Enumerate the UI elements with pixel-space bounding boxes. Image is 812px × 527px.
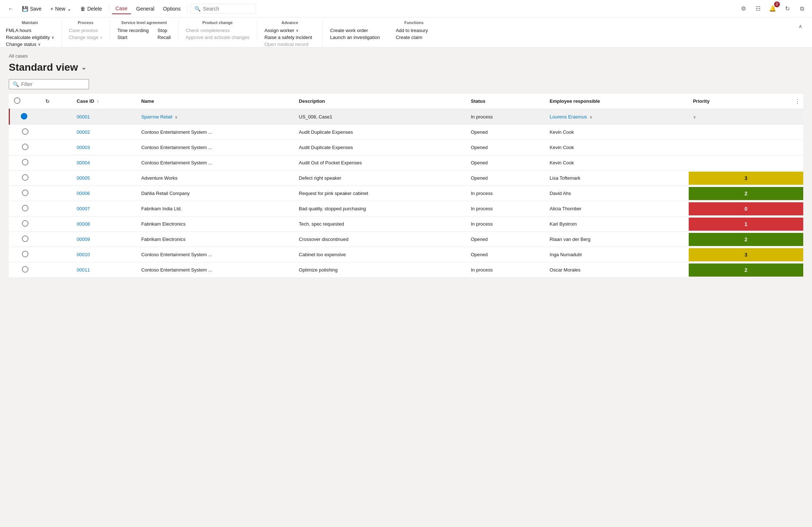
refresh-header-icon[interactable]: ↻ (45, 98, 50, 104)
tab-general[interactable]: General (132, 4, 158, 14)
fullscreen-icon[interactable]: ⧉ (796, 3, 808, 15)
row-checkbox[interactable] (22, 190, 28, 196)
priority-badge: 2 (689, 187, 803, 200)
cell-refresh (41, 171, 72, 186)
row-checkbox[interactable] (22, 174, 28, 181)
tab-case[interactable]: Case (112, 3, 131, 14)
refresh-icon[interactable]: ↻ (781, 3, 793, 15)
th-employee[interactable]: Employee responsible (545, 94, 689, 109)
row-checkbox[interactable] (22, 220, 28, 227)
ribbon-item-assign-worker[interactable]: Assign worker ∨ (264, 28, 315, 33)
cell-priority (689, 155, 803, 171)
ribbon-item-check-completeness[interactable]: Check completeness (186, 28, 250, 33)
table-row[interactable]: 00001Sparrow Retail ∨US_008, Case1In pro… (9, 109, 804, 125)
table-row[interactable]: 00002Contoso Entertainment System ...Aud… (9, 125, 804, 140)
table-row[interactable]: 00007Fabrikam India Ltd.Bad quality, sto… (9, 201, 804, 216)
ribbon-item-stop[interactable]: Stop (158, 28, 171, 33)
ribbon-item-case-process[interactable]: Case process (69, 28, 103, 33)
case-id-link[interactable]: 00008 (77, 221, 90, 227)
th-priority[interactable]: Priority ⋮ (689, 94, 803, 109)
select-all-checkbox[interactable] (14, 97, 20, 104)
case-id-link[interactable]: 00004 (77, 160, 90, 165)
ribbon-item-open-medical[interactable]: Open medical record (264, 42, 315, 47)
th-status[interactable]: Status (467, 94, 545, 109)
tab-options[interactable]: Options (159, 4, 184, 14)
ribbon-item-recall[interactable]: Recall (158, 35, 171, 40)
ribbon-item-create-claim[interactable]: Create claim (396, 35, 432, 40)
name-link[interactable]: Sparrow Retail (141, 114, 172, 120)
row-checkbox[interactable] (22, 235, 28, 242)
row-checkbox[interactable] (22, 205, 28, 211)
table-row[interactable]: 00011Contoso Entertainment System ...Opt… (9, 262, 804, 278)
ribbon-item-raise-safety[interactable]: Raise a safety incident (264, 35, 315, 40)
refresh-icon-wrap: ↻ (781, 3, 793, 15)
ribbon-item-launch-investigation[interactable]: Launch an investigation (330, 35, 381, 40)
ribbon-collapse-button[interactable]: ∧ (794, 20, 806, 32)
case-id-link[interactable]: 00005 (77, 175, 90, 181)
th-description[interactable]: Description (294, 94, 466, 109)
cell-employee: Kevin Cook (545, 140, 689, 155)
case-id-link[interactable]: 00006 (77, 191, 90, 196)
table-row[interactable]: 00005Adventure WorksDefect right speaker… (9, 171, 804, 186)
ribbon-item-change-stage[interactable]: Change stage ∨ (69, 35, 103, 40)
ribbon-item-fmla-hours[interactable]: FMLA hours (6, 28, 54, 33)
th-refresh: ↻ (41, 94, 72, 109)
row-checkbox[interactable] (22, 144, 28, 150)
ribbon-item-approve-changes[interactable]: Approve and activate changes (186, 35, 250, 40)
ribbon-group-title-process: Process (69, 20, 103, 25)
ribbon-item-recalculate[interactable]: Recalculate eligibility ∨ (6, 35, 54, 40)
cell-check (9, 262, 41, 278)
filter-input[interactable] (21, 81, 85, 87)
cell-refresh (41, 201, 72, 216)
case-id-link[interactable]: 00009 (77, 237, 90, 242)
row-checkbox[interactable] (21, 113, 27, 120)
employee-link[interactable]: Lourens Erasmus (550, 114, 587, 120)
cell-check (9, 155, 41, 171)
back-button[interactable]: ← (4, 4, 17, 14)
view-title[interactable]: Standard view ⌄ (9, 62, 803, 73)
settings-icon[interactable]: ⚙ (738, 3, 749, 15)
table-row[interactable]: 00010Contoso Entertainment System ...Cab… (9, 247, 804, 262)
case-id-link[interactable]: 00002 (77, 129, 90, 135)
ribbon-item-start[interactable]: Start (117, 35, 149, 40)
cell-caseid: 00004 (72, 155, 137, 171)
case-id-link[interactable]: 00011 (77, 267, 90, 273)
row-checkbox[interactable] (22, 159, 28, 165)
ribbon-item-add-treasury[interactable]: Add to treasury (396, 28, 432, 33)
row-checkbox[interactable] (22, 128, 28, 135)
ribbon-item-create-work-order[interactable]: Create work order (330, 28, 381, 33)
cell-check (9, 201, 41, 216)
case-id-link[interactable]: 00010 (77, 252, 90, 257)
new-button[interactable]: + New ⌄ (47, 4, 75, 14)
case-id-link[interactable]: 00003 (77, 145, 90, 150)
table-row[interactable]: 00004Contoso Entertainment System ...Aud… (9, 155, 804, 171)
save-button[interactable]: 💾 Save (18, 4, 45, 14)
cell-employee: Riaan van der Berg (545, 232, 689, 247)
th-caseid[interactable]: Case ID ↑ (72, 94, 137, 109)
ribbon-item-time-recording[interactable]: Time recording (117, 28, 149, 33)
ribbon-collapse-wrap: ∧ (794, 20, 806, 32)
row-checkbox[interactable] (22, 251, 28, 257)
more-columns-button[interactable]: ⋮ (794, 98, 800, 105)
cell-priority: 1 (689, 216, 803, 232)
apps-icon[interactable]: ☷ (752, 3, 764, 15)
separator2 (187, 4, 187, 13)
ribbon-item-change-status[interactable]: Change status ∨ (6, 42, 54, 47)
cell-employee: Lisa Toftemark (545, 171, 689, 186)
row-checkbox[interactable] (22, 266, 28, 273)
delete-button[interactable]: 🗑 Delete (77, 4, 105, 14)
filter-input-wrap[interactable]: 🔍 (9, 79, 89, 89)
global-search[interactable]: 🔍 (190, 4, 256, 14)
cell-refresh (41, 109, 72, 125)
cell-name: Adventure Works (137, 171, 294, 186)
cell-check (9, 125, 41, 140)
table-row[interactable]: 00009Fabrikam ElectronicsCrossover disco… (9, 232, 804, 247)
th-name[interactable]: Name (137, 94, 294, 109)
case-id-link[interactable]: 00007 (77, 206, 90, 211)
table-row[interactable]: 00003Contoso Entertainment System ...Aud… (9, 140, 804, 155)
global-search-input[interactable] (203, 6, 252, 12)
case-id-link[interactable]: 00001 (77, 114, 90, 120)
cell-name: Contoso Entertainment System ... (137, 262, 294, 278)
table-row[interactable]: 00006Dahlia Retail CompanyRequest for pi… (9, 186, 804, 201)
table-row[interactable]: 00008Fabrikam ElectronicsTech. spec requ… (9, 216, 804, 232)
